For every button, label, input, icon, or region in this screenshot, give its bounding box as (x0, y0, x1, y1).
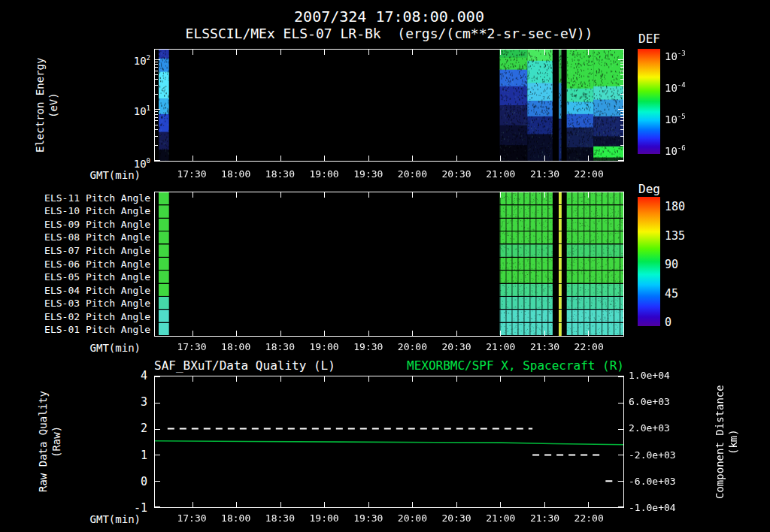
axis-tick (500, 156, 501, 161)
axis-tick (412, 156, 413, 161)
axis-tick (155, 117, 158, 118)
x-tick-label: 20:30 (442, 341, 471, 352)
axis-tick (280, 502, 281, 507)
axis-tick (192, 156, 193, 161)
x-tick-label: 18:30 (265, 341, 295, 352)
def-colorbar-tick-label: 10-3 (665, 47, 686, 62)
axis-tick (155, 111, 158, 112)
axis-tick (544, 376, 545, 382)
time-axis-label-top: GMT(min) (77, 169, 141, 181)
time-axis-label-middle: GMT(min) (77, 342, 141, 354)
axis-tick (280, 192, 281, 198)
pitch-row-label: ELS-05 Pitch Angle (44, 271, 150, 283)
quality-tick-label: 2 (141, 422, 147, 435)
x-tick-label: 22:00 (574, 168, 604, 180)
pitch-row-label: ELS-06 Pitch Angle (44, 258, 150, 270)
x-tick-label: 18:00 (221, 168, 250, 180)
x-tick-label: 19:30 (353, 512, 383, 524)
x-tick-label: 20:30 (442, 168, 471, 180)
pitch-angle-panel (154, 192, 624, 337)
axis-tick (500, 331, 501, 336)
axis-tick (368, 331, 369, 336)
time-tick-labels-bottom: 17:3018:0018:3019:0019:3020:0020:3021:00… (154, 512, 624, 524)
time-axis-label-bottom: GMT(min) (77, 513, 141, 525)
def-colorbar-tick-label: 10-4 (665, 79, 686, 94)
deg-colorbar-title: Deg (638, 182, 660, 196)
pitch-row-label: ELS-02 Pitch Angle (44, 311, 150, 322)
axis-tick (618, 109, 623, 110)
pitch-row-label: ELS-11 Pitch Angle (44, 192, 150, 204)
pitch-row-label: ELS-07 Pitch Angle (44, 245, 150, 256)
axis-tick (155, 62, 158, 62)
x-tick-label: 17:30 (177, 512, 206, 524)
quality-tick-label: 4 (141, 369, 147, 382)
axis-tick (544, 192, 545, 198)
pitch-row-labels: ELS-11 Pitch AngleELS-10 Pitch AngleELS-… (0, 192, 152, 337)
def-colorbar (638, 49, 660, 154)
axis-tick (412, 192, 413, 198)
axis-tick (456, 192, 457, 198)
x-tick-label: 21:00 (486, 512, 515, 524)
axis-tick (155, 160, 160, 161)
axis-tick (456, 376, 457, 382)
distance-tick-label: -1.0e+04 (629, 501, 676, 515)
distance-tick-label: 1.0e+04 (629, 369, 670, 382)
distance-axis-label-line2: (km) (726, 376, 740, 508)
axis-tick (412, 502, 413, 507)
quality-tick-label: 1 (141, 449, 147, 462)
axis-tick (412, 50, 413, 55)
energy-tick-labels: 102101100 (117, 49, 152, 162)
axis-tick (155, 129, 158, 130)
axis-tick (412, 376, 413, 382)
axis-tick (155, 376, 160, 377)
bottom-right-title: MEXORBMC/SPF X, Spacecraft (R) (154, 358, 624, 373)
axis-tick (456, 331, 457, 336)
x-tick-label: 19:00 (310, 512, 339, 524)
x-tick-label: 18:00 (221, 512, 250, 524)
axis-tick (588, 376, 589, 382)
x-tick-label: 17:30 (177, 168, 206, 180)
axis-tick (618, 455, 623, 455)
axis-tick (368, 156, 369, 161)
distance-tick-label: -6.0e+03 (629, 475, 676, 488)
pitch-row-label: ELS-01 Pitch Angle (44, 324, 150, 335)
axis-tick (236, 156, 237, 161)
x-tick-label: 21:30 (530, 168, 559, 180)
distance-tick-label: 2.0e+03 (629, 422, 670, 435)
energy-tick-label: 101 (134, 102, 150, 117)
axis-tick (500, 50, 501, 55)
x-tick-label: 18:30 (265, 512, 295, 524)
axis-tick (544, 502, 545, 507)
x-tick-label: 18:30 (265, 168, 295, 180)
x-tick-label: 21:30 (530, 341, 559, 352)
distance-tick-label: -2.0e+03 (629, 449, 676, 462)
axis-tick (155, 94, 158, 95)
x-tick-label: 20:00 (398, 512, 427, 524)
axis-tick (192, 331, 193, 336)
axis-tick (544, 156, 545, 161)
axis-tick (155, 481, 160, 482)
axis-tick (620, 136, 623, 137)
x-tick-label: 19:30 (353, 341, 383, 352)
time-tick-labels-middle: 17:3018:0018:3019:0019:3020:0020:3021:00… (154, 341, 624, 353)
energy-axis-label-line2: (eV) (47, 49, 60, 162)
x-tick-label: 20:30 (442, 512, 471, 524)
axis-tick (155, 71, 158, 71)
deg-colorbar-tick-label: 90 (665, 258, 678, 271)
axis-tick (588, 192, 589, 198)
quality-axis-label-line2: (Raw) (50, 376, 63, 508)
axis-tick (155, 125, 158, 125)
axis-tick (620, 145, 623, 146)
axis-tick (456, 502, 457, 507)
axis-tick (155, 109, 160, 110)
axis-tick (618, 481, 623, 482)
axis-tick (155, 145, 158, 146)
axis-tick (236, 50, 237, 55)
distance-tick-labels: 1.0e+046.0e+032.0e+03-2.0e+03-6.0e+03-1.… (629, 376, 683, 508)
axis-tick (324, 376, 325, 382)
axis-tick (620, 64, 623, 65)
axis-tick (236, 502, 237, 507)
axis-tick (236, 376, 237, 382)
x-tick-label: 21:00 (486, 341, 515, 352)
axis-tick (618, 429, 623, 430)
